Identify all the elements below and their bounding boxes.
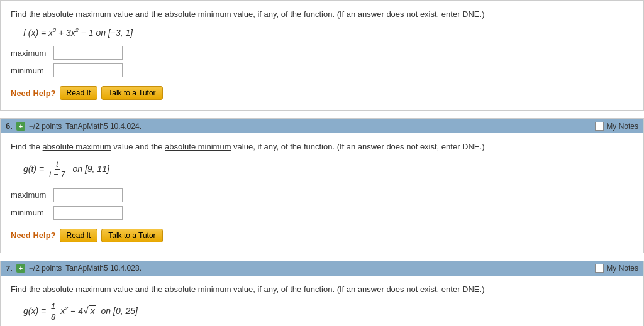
problem-6-plus-icon[interactable]: + [16, 122, 25, 131]
problem-6-minimum-label: minimum [11, 208, 48, 217]
my-notes-label-6: My Notes [606, 122, 638, 131]
maximum-row: maximum [11, 46, 633, 60]
problem-6: 6. + −/2 points TanApMath5 10.4.024. My … [0, 118, 644, 253]
my-notes-checkbox-6[interactable] [595, 122, 604, 131]
maximum-input[interactable] [53, 46, 123, 60]
problem-6-my-notes[interactable]: My Notes [595, 122, 638, 131]
need-help-row-top: Need Help? Read It Talk to a Tutor [11, 86, 633, 100]
problem-6-header-left: 6. + −/2 points TanApMath5 10.4.024. [6, 121, 142, 131]
need-help-row-6: Need Help? Read It Talk to a Tutor [11, 229, 633, 242]
problem-6-math: g(t) = t t − 7 on [9, 11] [23, 160, 633, 180]
problem-7-content: Find the absolute maximum value and the … [1, 276, 643, 326]
problem-7-number: 7. [6, 264, 13, 273]
talk-to-tutor-button-top[interactable]: Talk to a Tutor [101, 86, 162, 100]
read-it-button-6[interactable]: Read It [60, 229, 98, 242]
problem-7-header: 7. + −/2 points TanApMath5 10.4.028. My … [1, 261, 643, 276]
need-help-label-6: Need Help? [11, 231, 56, 240]
problem-6-course: TanApMath5 10.4.024. [65, 122, 142, 131]
problem-7-my-notes[interactable]: My Notes [595, 264, 638, 273]
problem-6-maximum-row: maximum [11, 188, 633, 202]
minimum-row: minimum [11, 63, 633, 77]
my-notes-label-7: My Notes [606, 264, 638, 273]
need-help-label-top: Need Help? [11, 89, 56, 98]
minimum-label: minimum [11, 66, 48, 75]
problem-6-header: 6. + −/2 points TanApMath5 10.4.024. My … [1, 119, 643, 133]
my-notes-checkbox-7[interactable] [595, 264, 604, 273]
maximum-label: maximum [11, 48, 48, 58]
problem-top: Find the absolute maximum value and the … [0, 0, 644, 111]
problem-7: 7. + −/2 points TanApMath5 10.4.028. My … [0, 261, 644, 326]
problem-6-instruction: Find the absolute maximum value and the … [11, 141, 633, 153]
read-it-button-top[interactable]: Read It [60, 86, 98, 100]
problem-7-points: −/2 points [29, 264, 62, 273]
problem-6-minimum-input[interactable] [53, 206, 123, 220]
problem-top-math: f (x) = x3 + 3x2 − 1 on [−3, 1] [23, 27, 633, 38]
problem-6-minimum-row: minimum [11, 206, 633, 220]
problem-7-course: TanApMath5 10.4.028. [65, 264, 142, 273]
talk-to-tutor-button-6[interactable]: Talk to a Tutor [101, 229, 162, 242]
minimum-input[interactable] [53, 63, 123, 77]
problem-7-plus-icon[interactable]: + [16, 264, 25, 273]
problem-7-header-left: 7. + −/2 points TanApMath5 10.4.028. [6, 264, 142, 273]
problem-6-maximum-label: maximum [11, 190, 48, 200]
problem-6-number: 6. [6, 121, 13, 131]
problem-6-points: −/2 points [29, 122, 62, 131]
problem-7-math: g(x) = 1 8 x2 − 4√x on [0, 25] [23, 302, 633, 322]
problem-7-instruction: Find the absolute maximum value and the … [11, 283, 633, 296]
problem-6-content: Find the absolute maximum value and the … [1, 133, 643, 253]
problem-6-maximum-input[interactable] [53, 188, 123, 202]
problem-top-instruction: Find the absolute maximum value and the … [11, 8, 633, 21]
